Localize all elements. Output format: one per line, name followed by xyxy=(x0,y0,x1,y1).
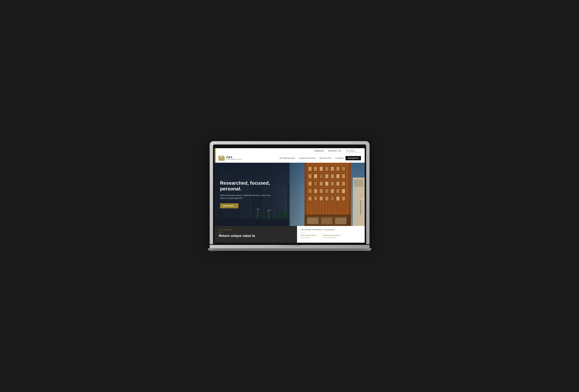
svg-rect-63 xyxy=(325,189,329,193)
svg-rect-46 xyxy=(308,174,312,178)
top-utility-bar: CAREERS › CONTACT US › 🔍 xyxy=(215,148,365,154)
svg-rect-45 xyxy=(342,166,345,171)
learn-more-button[interactable]: Learn more › xyxy=(220,203,238,208)
svg-rect-76 xyxy=(307,218,318,224)
svg-rect-44 xyxy=(336,166,340,171)
careers-label: CAREERS xyxy=(314,150,324,152)
nav-link-about[interactable]: About the Firm xyxy=(317,157,333,160)
svg-rect-81 xyxy=(364,179,365,187)
svg-rect-69 xyxy=(319,196,323,201)
cta-arrow-icon: › xyxy=(235,205,235,207)
svg-rect-52 xyxy=(342,174,345,178)
laptop-wrapper: CAREERS › CONTACT US › 🔍 xyxy=(206,137,373,255)
svg-rect-42 xyxy=(325,166,329,171)
svg-rect-65 xyxy=(336,189,340,193)
logo-icon xyxy=(218,155,225,161)
logo-sub: PROPERTIES xyxy=(226,158,243,160)
featured-items: Civic Center Plaza › Peoria, Illinois Ba… xyxy=(301,234,361,238)
svg-rect-41 xyxy=(319,166,323,171)
svg-rect-66 xyxy=(342,189,345,193)
mission-divider xyxy=(219,232,223,233)
nav-link-approach[interactable]: The H&A Approach xyxy=(278,157,297,160)
search-input[interactable] xyxy=(349,150,360,152)
featured-property-1-name[interactable]: Civic Center Plaza xyxy=(301,234,316,236)
svg-rect-56 xyxy=(325,181,329,186)
laptop-base xyxy=(208,248,371,251)
svg-rect-53 xyxy=(308,181,312,186)
content-wrapper: CAREERS › CONTACT US › 🔍 xyxy=(215,148,365,243)
svg-rect-54 xyxy=(314,181,317,186)
svg-point-84 xyxy=(362,198,364,200)
logo-area: H&A PROPERTIES xyxy=(218,155,243,161)
svg-rect-67 xyxy=(308,196,312,201)
featured-property-2-arrow-icon: › xyxy=(340,234,341,236)
careers-link[interactable]: CAREERS › xyxy=(314,150,325,152)
svg-rect-73 xyxy=(342,196,345,201)
featured-property-1-row[interactable]: Civic Center Plaza › xyxy=(301,234,317,236)
hero-section: Researched, focused, personal. Delivered… xyxy=(215,163,365,226)
logo-svg xyxy=(218,154,225,161)
contact-link[interactable]: CONTACT US › xyxy=(328,150,342,152)
nav-link-properties[interactable]: Properties xyxy=(333,157,346,160)
svg-rect-59 xyxy=(342,181,345,186)
mission-text: Return unique value to xyxy=(219,234,292,238)
mission-panel: OUR MISSION Return unique value to xyxy=(215,226,297,243)
svg-rect-61 xyxy=(314,189,317,193)
svg-rect-62 xyxy=(319,189,323,193)
svg-rect-40 xyxy=(314,166,317,171)
svg-rect-43 xyxy=(331,166,334,171)
featured-property-1-location: Peoria, Illinois xyxy=(301,237,317,238)
featured-property-2-row[interactable]: Balance Apartments › xyxy=(323,234,341,236)
camera-dot xyxy=(289,146,290,147)
featured-property-2-name[interactable]: Balance Apartments xyxy=(323,234,340,236)
featured-divider xyxy=(301,232,305,233)
hero-content: Researched, focused, personal. Delivered… xyxy=(220,180,276,208)
bottom-section: OUR MISSION Return unique value to FEATU… xyxy=(215,226,365,243)
contact-label: CONTACT US xyxy=(328,150,341,152)
svg-rect-72 xyxy=(336,196,340,201)
laptop-frame: CAREERS › CONTACT US › 🔍 xyxy=(210,141,369,244)
svg-rect-60 xyxy=(308,189,312,193)
svg-rect-70 xyxy=(325,196,329,201)
svg-rect-55 xyxy=(319,181,323,186)
svg-rect-82 xyxy=(360,200,361,215)
svg-rect-48 xyxy=(319,174,323,178)
hero-cta-label: Learn more xyxy=(223,205,234,207)
hero-title: Researched, focused, personal. xyxy=(220,180,276,192)
svg-rect-0 xyxy=(218,156,219,161)
featured-property-1: Civic Center Plaza › Peoria, Illinois xyxy=(301,234,317,238)
featured-property-1-arrow-icon: › xyxy=(317,234,317,236)
logo-name: H&A xyxy=(226,156,243,158)
featured-property-2-location: South Bend, Indiana xyxy=(323,237,341,238)
logo-text-area: H&A PROPERTIES xyxy=(226,156,243,160)
svg-rect-58 xyxy=(336,181,340,186)
svg-rect-77 xyxy=(321,218,332,224)
svg-rect-50 xyxy=(331,174,334,178)
svg-rect-3 xyxy=(222,156,223,161)
svg-rect-51 xyxy=(336,174,340,178)
nav-link-investment[interactable]: Investment Services xyxy=(297,157,317,160)
svg-rect-64 xyxy=(331,189,334,193)
screen: CAREERS › CONTACT US › 🔍 xyxy=(215,148,365,243)
screen-bezel: CAREERS › CONTACT US › 🔍 xyxy=(213,145,366,244)
contact-chevron-icon: › xyxy=(342,150,342,152)
featured-panel: FEATURED PROPERTY HOLDINGS Civic Center … xyxy=(297,226,365,243)
hero-description: Delivered through research. Delivered wi… xyxy=(220,194,276,200)
trackpad[interactable] xyxy=(279,245,301,246)
svg-rect-68 xyxy=(314,196,317,201)
careers-chevron-icon: › xyxy=(325,150,325,152)
svg-rect-39 xyxy=(308,166,312,171)
search-box[interactable]: 🔍 xyxy=(345,149,361,152)
laptop-bottom xyxy=(210,245,369,248)
svg-rect-47 xyxy=(314,174,317,178)
svg-rect-4 xyxy=(224,157,224,161)
svg-rect-80 xyxy=(354,179,363,187)
nav-link-management[interactable]: Management xyxy=(346,156,361,160)
featured-property-2: Balance Apartments › South Bend, Indiana xyxy=(323,234,341,238)
website: CAREERS › CONTACT US › 🔍 xyxy=(215,148,365,243)
mission-label: OUR MISSION xyxy=(219,229,292,231)
svg-rect-7 xyxy=(220,156,221,157)
main-nav: H&A PROPERTIES The H&A Approach Investme… xyxy=(215,154,365,163)
svg-rect-49 xyxy=(325,174,329,178)
svg-rect-2 xyxy=(221,156,222,161)
